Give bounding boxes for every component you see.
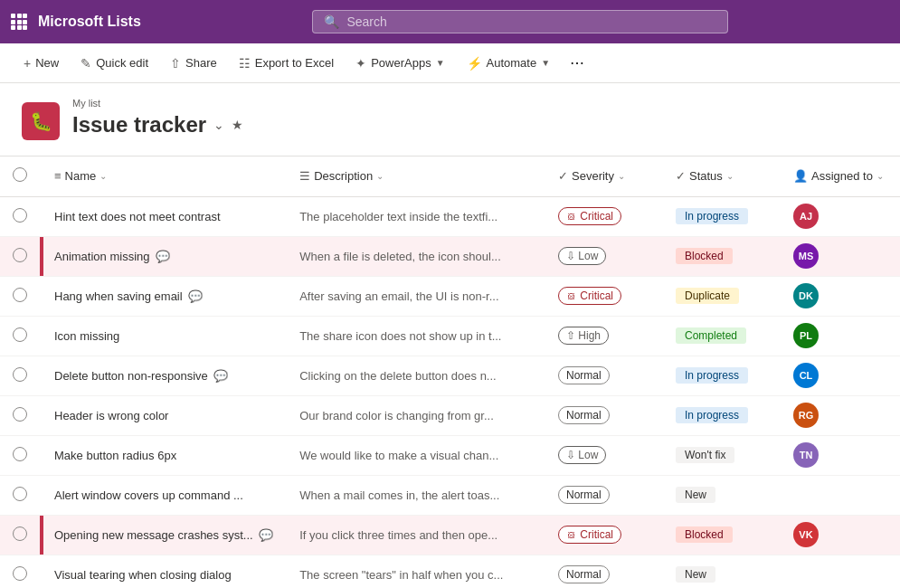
row-checkbox[interactable]	[13, 487, 27, 501]
avatar: CL	[793, 363, 819, 388]
waffle-icon[interactable]	[11, 14, 27, 30]
assign-col-icon: 👤	[793, 169, 808, 183]
row-status-cell: New	[665, 475, 782, 515]
row-checkbox[interactable]	[13, 208, 27, 223]
row-name-cell[interactable]: Header is wrong color	[43, 395, 289, 435]
row-name-cell[interactable]: Icon missing	[43, 316, 289, 356]
row-checkbox[interactable]	[13, 288, 27, 302]
name-col-icon: ≡	[54, 169, 62, 183]
row-name-cell[interactable]: Alert window covers up command ...	[43, 475, 289, 515]
row-check-cell[interactable]	[0, 196, 40, 236]
share-button[interactable]: ⇧ Share	[161, 52, 226, 75]
table-row[interactable]: Alert window covers up command ... When …	[0, 475, 900, 515]
status-badge: Won't fix	[676, 447, 734, 463]
col-desc-header[interactable]: ☰ Description ⌄	[289, 156, 547, 196]
table-row[interactable]: Icon missing The share icon does not sho…	[0, 316, 900, 356]
table-row[interactable]: Delete button non-responsive 💬 Clicking …	[0, 356, 900, 395]
row-name-text: Hang when saving email	[54, 289, 183, 303]
row-status-cell: Blocked	[665, 515, 782, 555]
quick-edit-button[interactable]: ✎ Quick edit	[71, 52, 157, 75]
row-name-cell[interactable]: Hang when saving email 💬	[43, 276, 289, 316]
command-bar: + New ✎ Quick edit ⇧ Share ☷ Export to E…	[0, 43, 900, 83]
row-check-cell[interactable]	[0, 316, 40, 356]
row-check-cell[interactable]	[0, 515, 40, 555]
table-row[interactable]: Animation missing 💬 When a file is delet…	[0, 236, 900, 276]
row-checkbox[interactable]	[13, 526, 27, 541]
status-badge: New	[676, 487, 715, 503]
row-name-cell[interactable]: Delete button non-responsive 💬	[43, 356, 289, 395]
table-row[interactable]: Visual tearing when closing dialog The s…	[0, 555, 900, 588]
status-badge: Duplicate	[676, 288, 739, 304]
row-checkbox[interactable]	[13, 566, 27, 581]
severity-badge: ⇩ Low	[558, 446, 606, 464]
table-row[interactable]: Hang when saving email 💬 After saving an…	[0, 276, 900, 316]
severity-badge: ⦻ Critical	[558, 287, 621, 305]
col-name-header[interactable]: ≡ Name ⌄	[43, 156, 289, 196]
desc-sort-icon: ⌄	[376, 171, 384, 181]
severity-badge: Normal	[558, 486, 610, 504]
row-name-cell[interactable]: Opening new message crashes syst... 💬	[43, 515, 289, 555]
select-all-cell[interactable]	[0, 156, 40, 196]
row-check-cell[interactable]	[0, 555, 40, 588]
table-row[interactable]: Make button radius 6px We would like to …	[0, 435, 900, 475]
row-check-cell[interactable]	[0, 435, 40, 475]
export-button[interactable]: ☷ Export to Excel	[230, 52, 343, 75]
row-desc-cell: If you click three times and then ope...	[289, 515, 547, 555]
row-severity-cell: ⦻ Critical	[547, 196, 665, 236]
row-check-cell[interactable]	[0, 236, 40, 276]
issue-table: ≡ Name ⌄ ☰ Description ⌄ ✓ Severity	[0, 156, 900, 588]
list-chevron-icon[interactable]: ⌄	[213, 118, 224, 132]
comment-icon: 💬	[259, 528, 273, 542]
row-check-cell[interactable]	[0, 475, 40, 515]
row-status-cell: Completed	[665, 316, 782, 356]
row-name-cell[interactable]: Make button radius 6px	[43, 435, 289, 475]
list-header: 🐛 My list Issue tracker ⌄ ★	[0, 83, 900, 156]
automate-button[interactable]: ⚡ Automate ▼	[458, 52, 560, 75]
more-button[interactable]: ⋯	[563, 50, 592, 76]
row-checkbox[interactable]	[13, 407, 27, 422]
row-check-cell[interactable]	[0, 276, 40, 316]
row-status-cell: In progress	[665, 356, 782, 395]
row-checkbox[interactable]	[13, 248, 27, 262]
col-severity-header[interactable]: ✓ Severity ⌄	[547, 156, 665, 196]
row-severity-cell: ⇩ Low	[547, 236, 665, 276]
row-checkbox[interactable]	[13, 367, 27, 382]
severity-badge: ⦻ Critical	[558, 207, 621, 225]
row-assigned-cell	[782, 555, 900, 588]
row-name-text: Hint text does not meet contrast	[54, 210, 221, 223]
row-check-cell[interactable]	[0, 356, 40, 395]
row-name-cell[interactable]: Hint text does not meet contrast	[43, 196, 289, 236]
row-checkbox[interactable]	[13, 327, 27, 342]
row-name-cell[interactable]: Animation missing 💬	[43, 236, 289, 276]
table-row[interactable]: Opening new message crashes syst... 💬 If…	[0, 515, 900, 555]
row-checkbox[interactable]	[13, 447, 27, 461]
powerapps-button[interactable]: ✦ PowerApps ▼	[346, 52, 453, 75]
severity-badge: ⇧ High	[558, 327, 609, 345]
table-row[interactable]: Hint text does not meet contrast The pla…	[0, 196, 900, 236]
row-desc-cell: Clicking on the delete button does n...	[289, 356, 547, 395]
severity-badge: Normal	[558, 366, 610, 384]
new-button[interactable]: + New	[14, 52, 68, 75]
status-badge: In progress	[676, 407, 748, 423]
favorite-icon[interactable]: ★	[232, 118, 243, 132]
avatar: MS	[793, 243, 819, 269]
row-name-cell[interactable]: Visual tearing when closing dialog	[43, 555, 289, 588]
col-status-header[interactable]: ✓ Status ⌄	[665, 156, 782, 196]
assign-sort-icon: ⌄	[876, 171, 884, 181]
status-badge: Blocked	[676, 248, 733, 264]
row-assigned-cell: VK	[782, 515, 900, 555]
row-status-cell: New	[665, 555, 782, 588]
row-check-cell[interactable]	[0, 395, 40, 435]
sev-col-icon: ✓	[558, 169, 568, 183]
plus-icon: +	[24, 56, 31, 71]
avatar: VK	[793, 522, 819, 547]
search-bar[interactable]: 🔍	[312, 10, 728, 33]
table-row[interactable]: Header is wrong color Our brand color is…	[0, 395, 900, 435]
row-name-text: Delete button non-responsive	[54, 369, 208, 383]
row-severity-cell: Normal	[547, 555, 665, 588]
row-assigned-cell: RG	[782, 395, 900, 435]
search-input[interactable]	[346, 14, 716, 29]
col-assigned-header[interactable]: 👤 Assigned to ⌄	[782, 156, 900, 196]
severity-badge: Normal	[558, 565, 610, 583]
select-all-checkbox[interactable]	[13, 167, 27, 182]
